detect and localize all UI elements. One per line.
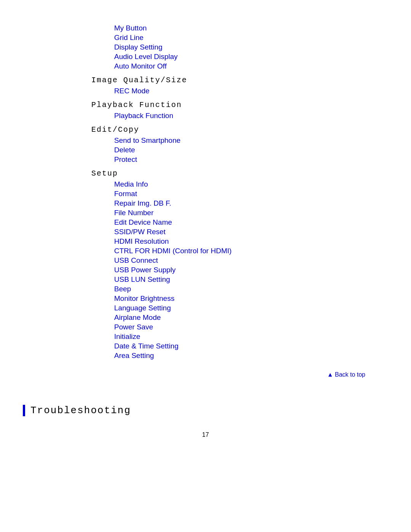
- link-file-number[interactable]: File Number: [114, 209, 388, 217]
- link-delete[interactable]: Delete: [114, 146, 388, 154]
- section-header-setup: Setup: [91, 169, 388, 178]
- troubleshooting-title: Troubleshooting: [23, 405, 388, 416]
- link-language-setting[interactable]: Language Setting: [114, 304, 388, 312]
- section-setup: Setup Media Info Format Repair Img. DB F…: [23, 169, 388, 360]
- link-auto-monitor-off[interactable]: Auto Monitor Off: [114, 62, 388, 70]
- section-edit-copy: Edit/Copy Send to Smartphone Delete Prot…: [23, 125, 388, 164]
- link-grid-line[interactable]: Grid Line: [114, 34, 388, 42]
- link-send-to-smartphone[interactable]: Send to Smartphone: [114, 136, 388, 145]
- link-initialize[interactable]: Initialize: [114, 332, 388, 341]
- link-airplane-mode[interactable]: Airplane Mode: [114, 313, 388, 322]
- link-power-save[interactable]: Power Save: [114, 323, 388, 331]
- back-to-top-container: Back to top: [23, 371, 388, 378]
- link-my-button[interactable]: My Button: [114, 24, 388, 32]
- link-edit-device-name[interactable]: Edit Device Name: [114, 218, 388, 227]
- link-media-info[interactable]: Media Info: [114, 180, 388, 189]
- link-display-setting[interactable]: Display Setting: [114, 43, 388, 51]
- link-audio-level-display[interactable]: Audio Level Display: [114, 53, 388, 61]
- link-repair-img-db-f[interactable]: Repair Img. DB F.: [114, 199, 388, 208]
- back-to-top-link[interactable]: Back to top: [327, 371, 365, 378]
- link-usb-connect[interactable]: USB Connect: [114, 256, 388, 265]
- link-ctrl-for-hdmi[interactable]: CTRL FOR HDMI (Control for HDMI): [114, 247, 388, 255]
- page-number: 17: [0, 431, 411, 438]
- link-usb-lun-setting[interactable]: USB LUN Setting: [114, 275, 388, 284]
- link-beep[interactable]: Beep: [114, 285, 388, 293]
- section-header-image-quality: Image Quality/Size: [91, 76, 388, 85]
- page-content: My Button Grid Line Display Setting Audi…: [0, 15, 411, 393]
- section-display: My Button Grid Line Display Setting Audi…: [23, 24, 388, 70]
- link-hdmi-resolution[interactable]: HDMI Resolution: [114, 237, 388, 246]
- section-image-quality: Image Quality/Size REC Mode: [23, 76, 388, 95]
- section-header-playback-function: Playback Function: [91, 101, 388, 109]
- section-playback-function: Playback Function Playback Function: [23, 101, 388, 120]
- link-format[interactable]: Format: [114, 190, 388, 198]
- link-monitor-brightness[interactable]: Monitor Brightness: [114, 294, 388, 303]
- link-protect[interactable]: Protect: [114, 155, 388, 164]
- link-rec-mode[interactable]: REC Mode: [114, 87, 388, 95]
- link-playback-function[interactable]: Playback Function: [114, 112, 388, 120]
- section-header-edit-copy: Edit/Copy: [91, 125, 388, 134]
- link-area-setting[interactable]: Area Setting: [114, 351, 388, 360]
- link-usb-power-supply[interactable]: USB Power Supply: [114, 266, 388, 274]
- link-ssid-pw-reset[interactable]: SSID/PW Reset: [114, 228, 388, 236]
- link-date-time-setting[interactable]: Date & Time Setting: [114, 342, 388, 350]
- troubleshooting-section: Troubleshooting: [0, 405, 411, 416]
